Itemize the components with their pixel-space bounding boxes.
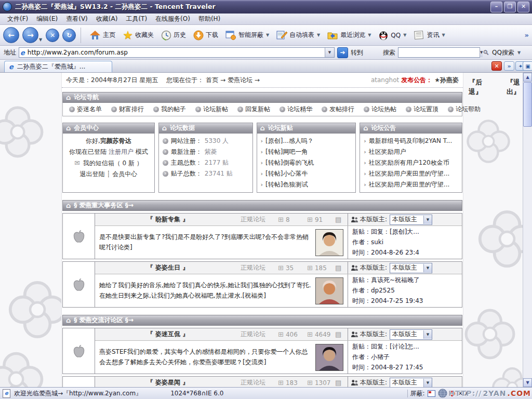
announcement-link[interactable]: › 社区奖励用户麦田里的守望... [364,180,458,189]
announcement-link[interactable]: › 社区奖励所有用户120枚金币 [364,158,458,167]
home-icon [89,30,101,41]
popup-block-icon[interactable] [428,390,435,397]
forum-nav-link[interactable]: › 论坛精华 [275,105,317,114]
breadcrumb[interactable]: 首页 → 爱燕论坛 → [206,76,260,85]
list-icon[interactable]: ▤ [335,264,348,272]
list-icon[interactable]: ▤ [335,379,348,387]
go-button[interactable]: ➔ [337,47,348,58]
news-button[interactable]: 资讯 ▼ [410,30,448,40]
announce-link[interactable]: 发布公告： [401,76,432,85]
latest-post-link[interactable]: 新贴：回复：[讨论]怎... [352,342,458,351]
new-post-link[interactable]: › [转帖]倒霉的飞机 [261,158,352,167]
qq-dropdown-icon[interactable]: ▼ [403,33,406,37]
download-icon [193,30,204,41]
browser-logo-icon [3,2,12,11]
page-back-link[interactable]: 『后退』 [469,78,494,97]
moderator-select[interactable]: 本版版主 ▼ [390,215,432,225]
forum-nav-link[interactable]: › 我的帖子 [149,105,191,114]
tab-overflow-button[interactable]: » [504,61,514,71]
list-icon[interactable]: ▤ [335,216,348,223]
member-center-link[interactable]: 会员中心 [112,170,137,178]
menu-item[interactable]: 收藏(A) [92,14,122,24]
recent-button[interactable]: 最近浏览 ▼ [324,31,375,40]
forum-nav-link[interactable]: › 论坛新帖 [191,105,233,114]
vertical-scrollbar[interactable]: ▲ ▼ [523,73,532,387]
moderator-select[interactable]: 本版版主 ▼ [390,263,432,273]
forum-nav-link[interactable]: › 姿迷名单 [64,105,107,114]
menu-item[interactable]: 查看(V) [62,14,92,24]
favorites-button[interactable]: ★ 收藏夹 [119,30,157,41]
auto-fill-button[interactable]: 自动填表 ▼ [273,30,324,40]
tab-close-button[interactable]: ✕ [491,61,502,71]
select-dropdown-icon[interactable]: ▼ [423,216,432,224]
forum-nav-link[interactable]: › 论坛热帖 [359,105,401,114]
address-input[interactable] [26,49,325,56]
select-dropdown-icon[interactable]: ▼ [423,379,432,387]
user-mode-link[interactable]: 注册用户 [109,148,134,155]
menu-item[interactable]: 工具(T) [122,14,151,24]
forum-name-link[interactable]: 『 姿姿星闻 』 [95,378,241,387]
forum-nav-link[interactable]: › 论坛帮助 [443,105,485,114]
new-post-link[interactable]: › [转帖]色狼测试 [261,180,352,189]
restore-button[interactable]: ❐ [504,2,516,12]
download-button[interactable]: 下载 [190,30,222,41]
forward-dropdown-icon[interactable]: ▼ [39,37,42,42]
toolbar-overflow-button[interactable]: » [525,31,529,39]
history-button[interactable]: 历史 [157,30,190,41]
menu-item[interactable]: 文件(F) [3,14,32,24]
forum-nav-link[interactable]: › 发帖排行 [317,105,359,114]
flower-decoration [466,118,511,164]
smart-block-dropdown-icon[interactable]: ▼ [266,33,269,37]
apple-icon [72,277,86,292]
new-post-link[interactable]: › [原创]...感人吗？ [261,137,352,145]
stop-button[interactable]: ✕ [46,29,59,42]
scroll-up-button[interactable]: ▲ [523,73,532,82]
forum-name-link[interactable]: 『 姿姿生日 』 [95,263,241,272]
smart-block-button[interactable]: 智能屏蔽 ▼ [222,31,273,40]
forum-nav-link[interactable]: › 回复新帖 [233,105,275,114]
qq-search-dropdown-icon[interactable]: ▼ [517,50,521,55]
new-post-link[interactable]: › [转帖]小心落牛 [261,169,352,178]
menu-item[interactable]: 编辑(E) [32,14,62,24]
menu-item[interactable]: 在线服务(O) [151,14,194,24]
minimize-button[interactable]: – [490,2,502,12]
auto-fill-dropdown-icon[interactable]: ▼ [317,33,320,37]
forum-name-link[interactable]: 『 姿迷互侃 』 [95,330,241,339]
forum-nav-link[interactable]: › 论坛置顶 [401,105,443,114]
latest-post-link[interactable]: 新贴：回复：[原创]大... [352,228,458,236]
forum-name-link[interactable]: 『 盼新专集 』 [95,215,241,224]
qq-button[interactable]: QQ ▼ [375,30,410,41]
latest-post-link[interactable]: 新贴：真该死~祝福晚了 [352,276,458,285]
announcement-link[interactable]: › 最新群组号码及印制2YAN T... [364,137,458,145]
logout-link[interactable]: 退出登陆 [79,170,104,178]
select-dropdown-icon[interactable]: ▼ [423,330,432,339]
close-button[interactable]: ✕ [517,2,529,12]
latest-author: 作者：suki [352,238,458,247]
search-input[interactable] [398,49,480,56]
apple-icon [72,344,86,358]
recent-dropdown-icon[interactable]: ▼ [368,33,371,37]
menu-item[interactable]: 帮助(H) [194,14,224,24]
inbox-line[interactable]: ✉ 我的短信箱（ 0 新 ） [66,158,151,168]
tab-frame-button[interactable]: ▣ [523,61,532,71]
ie-page-icon: e [19,49,26,57]
tab-active[interactable]: e 二孙燕姿二『爱燕城』... [4,61,112,72]
back-button[interactable]: ← [3,27,19,43]
announcement-link[interactable]: › 社区奖励用户 [364,148,458,156]
select-dropdown-icon[interactable]: ▼ [423,264,432,272]
refresh-button[interactable]: ↻ [62,29,76,42]
home-button[interactable]: 主页 [86,30,119,41]
announcement-link[interactable]: › 社区奖励用户麦田里的守望... [364,169,458,178]
moderator-select[interactable]: 本版版主 ▼ [390,329,432,340]
list-icon[interactable]: ▤ [335,330,348,338]
go-label[interactable]: 转到 [351,48,363,57]
scroll-down-button[interactable]: ▼ [523,378,532,387]
qq-search-button[interactable]: QQ搜索 [492,48,514,57]
new-post-link[interactable]: › [转帖]网吧一角 [261,148,352,156]
news-dropdown-icon[interactable]: ▼ [442,33,445,37]
address-dropdown-icon[interactable]: ▼ [325,48,334,57]
moderator-select[interactable]: 本版版主 ▼ [390,378,432,388]
forward-button[interactable]: → [22,27,38,43]
scrollbar-thumb[interactable] [523,82,532,127]
forum-nav-link[interactable]: › 财富排行 [107,105,149,114]
